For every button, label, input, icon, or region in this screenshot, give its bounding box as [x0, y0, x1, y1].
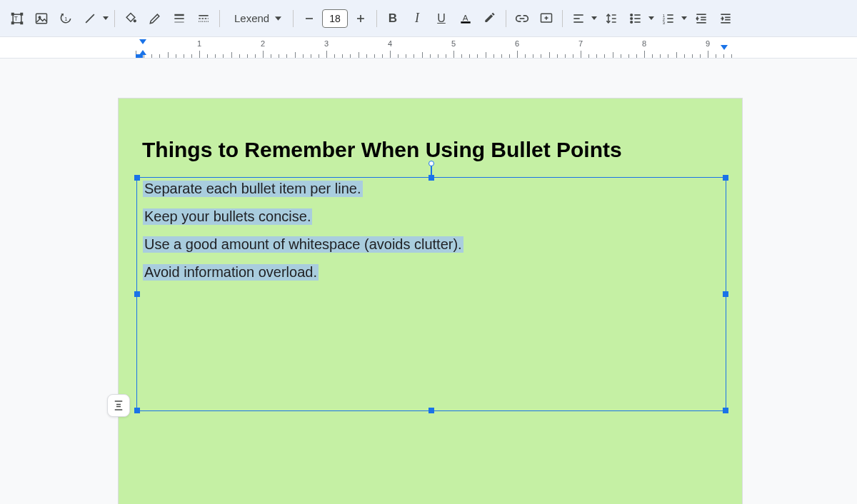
- ruler-tick: [414, 54, 414, 58]
- ruler-tick: [723, 54, 724, 58]
- svg-rect-2: [21, 13, 23, 15]
- ruler-tick: [731, 54, 732, 58]
- insert-link-button[interactable]: [511, 7, 533, 30]
- highlight-color-button[interactable]: [478, 7, 501, 30]
- slide[interactable]: Things to Remember When Using Bullet Poi…: [118, 98, 743, 504]
- separator: [219, 10, 220, 27]
- ruler-tick: [493, 54, 494, 58]
- slide-canvas[interactable]: Things to Remember When Using Bullet Poi…: [0, 59, 857, 504]
- svg-rect-21: [461, 21, 470, 23]
- fill-color-icon[interactable]: [119, 7, 142, 30]
- bullet-line[interactable]: Use a good amount of whitespace (avoids …: [143, 236, 463, 253]
- line-dash-icon[interactable]: [192, 7, 215, 30]
- font-size-value: 18: [329, 13, 341, 24]
- ruler-tick: [342, 54, 343, 58]
- ruler-number: 7: [578, 39, 583, 48]
- bulleted-list-button[interactable]: [624, 7, 647, 30]
- increase-indent-button[interactable]: [714, 7, 737, 30]
- ruler-tick: [557, 54, 558, 58]
- ruler-tick: [398, 54, 399, 58]
- ruler-number: 1: [197, 39, 201, 48]
- ruler-tick: [311, 54, 311, 58]
- align-button[interactable]: [567, 7, 590, 30]
- ruler-tick: [628, 54, 629, 58]
- textbox-resize-icon[interactable]: T: [6, 7, 29, 30]
- left-indent-base[interactable]: [136, 54, 143, 58]
- image-icon[interactable]: [30, 7, 53, 30]
- resize-handle-br[interactable]: [723, 408, 728, 413]
- ruler-tick: [271, 54, 271, 58]
- ruler-tick: [644, 51, 645, 58]
- svg-rect-4: [21, 22, 23, 24]
- ruler-tick: [223, 54, 224, 58]
- separator: [114, 10, 115, 27]
- rotation-handle[interactable]: [428, 161, 434, 166]
- ruler-number: 2: [261, 39, 265, 48]
- pen-icon[interactable]: [144, 7, 166, 30]
- ruler-tick: [286, 54, 287, 58]
- right-indent-marker[interactable]: [721, 45, 728, 50]
- ruler-tick: [525, 54, 526, 58]
- ruler-tick: [621, 54, 621, 58]
- ruler-tick: [676, 52, 677, 58]
- svg-text:3: 3: [663, 20, 665, 24]
- svg-rect-6: [36, 14, 47, 23]
- ruler-tick: [319, 54, 319, 58]
- numbered-list-button[interactable]: 123: [657, 7, 680, 30]
- increase-font-size-button[interactable]: [349, 7, 372, 30]
- ruler-tick: [239, 54, 240, 58]
- ruler-tick: [565, 54, 566, 58]
- ruler-tick: [438, 54, 438, 58]
- ruler[interactable]: 123456789: [0, 37, 857, 59]
- ruler-tick: [533, 54, 533, 58]
- decrease-indent-button[interactable]: [690, 7, 713, 30]
- ruler-tick: [295, 52, 296, 58]
- line-spacing-button[interactable]: [600, 7, 623, 30]
- resize-handle-mr[interactable]: [723, 291, 728, 297]
- svg-text:T: T: [14, 15, 18, 22]
- underline-button[interactable]: U: [430, 7, 453, 30]
- bulleted-list-dropdown[interactable]: [647, 16, 656, 20]
- resize-handle-bl[interactable]: [134, 408, 140, 413]
- resize-handle-tr[interactable]: [723, 175, 728, 181]
- resize-handle-tm[interactable]: [428, 175, 434, 181]
- ruler-tick: [684, 54, 685, 58]
- ruler-tick: [422, 52, 423, 58]
- bullet-line[interactable]: Separate each bullet item per line.: [143, 181, 363, 197]
- decrease-font-size-button[interactable]: [298, 7, 321, 30]
- ruler-tick: [374, 54, 375, 58]
- resize-handle-bm[interactable]: [428, 408, 434, 413]
- italic-button[interactable]: I: [406, 7, 428, 30]
- text-color-button[interactable]: A: [454, 7, 477, 30]
- ruler-tick: [541, 54, 541, 58]
- vertical-align-button[interactable]: [107, 394, 130, 417]
- numbered-list-dropdown[interactable]: [680, 16, 688, 20]
- bullet-line[interactable]: Avoid information overload.: [143, 264, 319, 281]
- separator: [376, 10, 377, 27]
- ruler-number: 6: [515, 39, 519, 48]
- resize-handle-ml[interactable]: [134, 291, 140, 297]
- align-dropdown[interactable]: [590, 16, 598, 20]
- body-textbox[interactable]: Separate each bullet item per line.Keep …: [136, 177, 726, 411]
- line-tool-icon[interactable]: [79, 7, 101, 30]
- ruler-tick: [279, 54, 279, 58]
- ruler-tick: [191, 54, 192, 58]
- ruler-tick: [446, 54, 446, 58]
- ruler-tick: [159, 54, 160, 58]
- shape-rotate-icon[interactable]: 1: [54, 7, 77, 30]
- add-comment-button[interactable]: [535, 7, 558, 30]
- ruler-number: 3: [324, 39, 329, 48]
- bullet-line[interactable]: Keep your bullets concise.: [143, 208, 312, 225]
- font-family-selector[interactable]: Lexend: [224, 7, 289, 30]
- line-weight-icon[interactable]: [168, 7, 191, 30]
- ruler-tick: [326, 51, 327, 58]
- first-line-indent-marker[interactable]: [139, 39, 146, 44]
- slide-title[interactable]: Things to Remember When Using Bullet Poi…: [142, 138, 622, 162]
- line-tool-dropdown[interactable]: [101, 16, 110, 20]
- font-size-input[interactable]: 18: [322, 9, 348, 28]
- bold-button[interactable]: B: [381, 7, 404, 30]
- svg-point-10: [134, 19, 136, 22]
- ruler-tick: [359, 52, 359, 58]
- resize-handle-tl[interactable]: [134, 175, 140, 181]
- ruler-number: 8: [642, 39, 646, 48]
